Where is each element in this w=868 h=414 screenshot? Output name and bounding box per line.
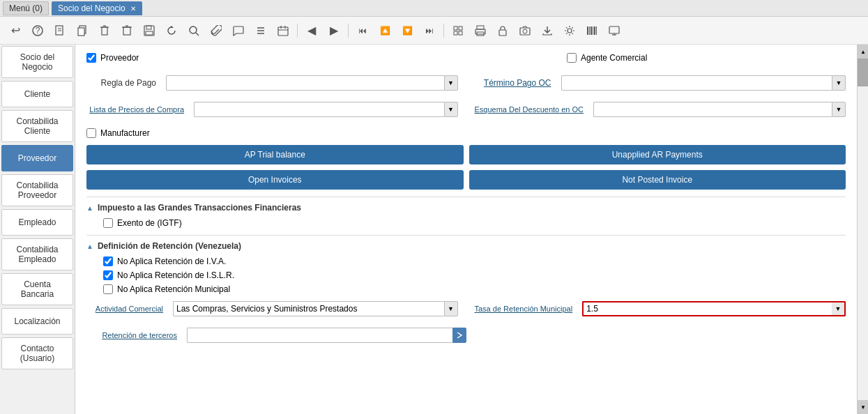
chat-button[interactable]	[229, 21, 248, 40]
barcode-button[interactable]	[582, 21, 602, 40]
svg-rect-42	[596, 26, 597, 35]
no-aplica-municipal-checkbox[interactable]	[103, 284, 113, 294]
prevpage-button[interactable]: 🔼	[375, 21, 395, 40]
manufacturer-checkbox[interactable]	[86, 128, 96, 138]
lock-button[interactable]	[493, 21, 512, 40]
print-button[interactable]	[471, 21, 490, 40]
esquema-descuento-label[interactable]: Esquema Del Descuento en OC	[475, 105, 584, 114]
svg-rect-28	[454, 31, 457, 35]
no-aplica-municipal-label: No Aplica Retención Municipal	[117, 284, 230, 294]
proveedor-checkbox[interactable]	[86, 53, 96, 63]
no-aplica-iva-checkbox[interactable]	[103, 256, 113, 266]
esquema-descuento-dropdown-btn[interactable]: ▼	[832, 102, 846, 117]
tasa-retencion-input[interactable]	[582, 301, 832, 316]
sidebar-item-contacto[interactable]: Contacto (Usuario)	[1, 337, 73, 369]
sidebar-item-cuenta-bancaria[interactable]: Cuenta Bancaria	[1, 273, 73, 305]
not-posted-invoice-button[interactable]: Not Posted Invoice	[469, 170, 846, 190]
regla-pago-dropdown-btn[interactable]: ▼	[444, 75, 458, 91]
agente-comercial-checkbox[interactable]	[567, 53, 577, 63]
attach-icon	[211, 25, 222, 36]
actividad-comercial-row: Actividad Comercial Las Compras, Servici…	[86, 301, 458, 316]
actividad-comercial-input[interactable]: Las Compras, Servicios y Suministros Pre…	[173, 301, 444, 316]
manufacturer-label: Manufacturer	[100, 128, 150, 138]
termino-pago-oc-input[interactable]	[561, 75, 832, 91]
print-icon	[475, 25, 486, 36]
no-aplica-municipal-row: No Aplica Retención Municipal	[103, 284, 846, 294]
scroll-thumb[interactable]	[858, 59, 868, 86]
monitor-button[interactable]	[604, 21, 624, 40]
actividad-comercial-label[interactable]: Actividad Comercial	[86, 305, 163, 313]
unapplied-ar-payments-button[interactable]: Unapplied AR Payments	[469, 145, 846, 164]
prev-button[interactable]: ◀	[302, 21, 321, 40]
tasa-retencion-dropdown-btn[interactable]: ▼	[832, 301, 846, 316]
tab-menu[interactable]: Menú (0)	[3, 1, 49, 15]
next-button[interactable]: ▶	[324, 21, 344, 40]
tab-socio[interactable]: Socio del Negocio ✕	[52, 1, 142, 15]
sidebar-item-empleado[interactable]: Empleado	[1, 209, 73, 236]
sidebar-item-socio-negocio[interactable]: Socio del Negocio	[1, 46, 73, 78]
termino-pago-oc-dropdown-btn[interactable]: ▼	[832, 75, 846, 91]
attach-button[interactable]	[206, 21, 226, 40]
open-invoices-button[interactable]: Open Invoices	[86, 170, 464, 190]
termino-pago-oc-field[interactable]: ▼	[561, 75, 846, 91]
lista-precios-label[interactable]: Lista de Precios de Compra	[86, 105, 184, 114]
refresh-button[interactable]	[162, 21, 181, 40]
actividad-comercial-field[interactable]: Las Compras, Servicios y Suministros Pre…	[173, 301, 458, 316]
last-button[interactable]: ⏭	[420, 21, 439, 40]
scroll-down-btn[interactable]: ▼	[858, 400, 868, 414]
esquema-descuento-input[interactable]	[593, 102, 832, 117]
grid-button[interactable]	[448, 21, 468, 40]
separator-2	[348, 24, 349, 38]
regla-pago-input[interactable]	[166, 75, 444, 91]
lista-precios-field[interactable]: ▼	[194, 102, 458, 117]
no-aplica-islr-checkbox[interactable]	[103, 270, 113, 280]
tasa-retencion-field[interactable]: ▼	[582, 301, 846, 316]
calendar-icon	[277, 25, 289, 36]
right-scrollbar[interactable]: ▲ ▼	[857, 45, 868, 414]
scroll-up-btn[interactable]: ▲	[858, 45, 868, 59]
tab-close-icon[interactable]: ✕	[130, 5, 136, 13]
copy-button[interactable]	[73, 21, 92, 40]
export-button[interactable]	[538, 21, 557, 40]
sidebar-item-contabilidad-proveedor[interactable]: Contabilida Proveedor	[1, 174, 73, 206]
sidebar-item-cliente[interactable]: Cliente	[1, 81, 73, 107]
lista-precios-input[interactable]	[194, 102, 444, 117]
delete2-button[interactable]	[117, 21, 137, 40]
sidebar-item-proveedor[interactable]: Proveedor	[1, 145, 73, 171]
new-button[interactable]	[50, 21, 70, 40]
retencion-terceros-input[interactable]	[187, 328, 452, 343]
termino-pago-oc-label[interactable]: Término Pago OC	[475, 78, 551, 88]
svg-rect-6	[78, 28, 84, 36]
esquema-descuento-field[interactable]: ▼	[593, 102, 846, 117]
delete-button[interactable]	[95, 21, 114, 40]
settings-button[interactable]	[560, 21, 579, 40]
igtf-triangle-icon: ▲	[86, 204, 93, 212]
sidebar-item-localizacion[interactable]: Localización	[1, 308, 73, 335]
help-button[interactable]: ?	[28, 21, 47, 40]
retencion-terceros-label[interactable]: Retención de terceros	[86, 331, 177, 339]
save-button[interactable]	[139, 21, 159, 40]
monitor-icon	[609, 25, 620, 36]
tasa-retencion-row: Tasa de Retención Municipal ▼	[475, 301, 846, 316]
sidebar-item-contabilidad-empleado[interactable]: Contabilida Empleado	[1, 238, 73, 270]
exento-igtf-checkbox[interactable]	[103, 218, 113, 228]
svg-rect-30	[477, 26, 484, 29]
actividad-comercial-dropdown-btn[interactable]: ▼	[444, 301, 458, 316]
camera-button[interactable]	[515, 21, 535, 40]
nextpage-button[interactable]: 🔽	[397, 21, 417, 40]
search-button[interactable]	[184, 21, 204, 40]
list-button[interactable]	[251, 21, 271, 40]
svg-rect-33	[499, 30, 506, 36]
svg-rect-41	[594, 26, 595, 35]
regla-pago-field[interactable]: ▼	[166, 75, 458, 91]
tasa-retencion-label[interactable]: Tasa de Retención Municipal	[475, 305, 573, 313]
lista-precios-dropdown-btn[interactable]: ▼	[444, 102, 458, 117]
first-button[interactable]: ⏮	[353, 21, 372, 40]
retencion-terceros-action-btn[interactable]	[452, 328, 466, 343]
ap-trial-balance-button[interactable]: AP Trial balance	[86, 145, 464, 164]
back-button[interactable]: ↩	[6, 21, 25, 40]
retencion-terceros-field[interactable]	[187, 328, 466, 343]
delete-icon	[99, 25, 110, 36]
sidebar-item-contabilidad-cliente[interactable]: Contabilida Cliente	[1, 110, 73, 142]
calendar-button[interactable]	[273, 21, 293, 40]
